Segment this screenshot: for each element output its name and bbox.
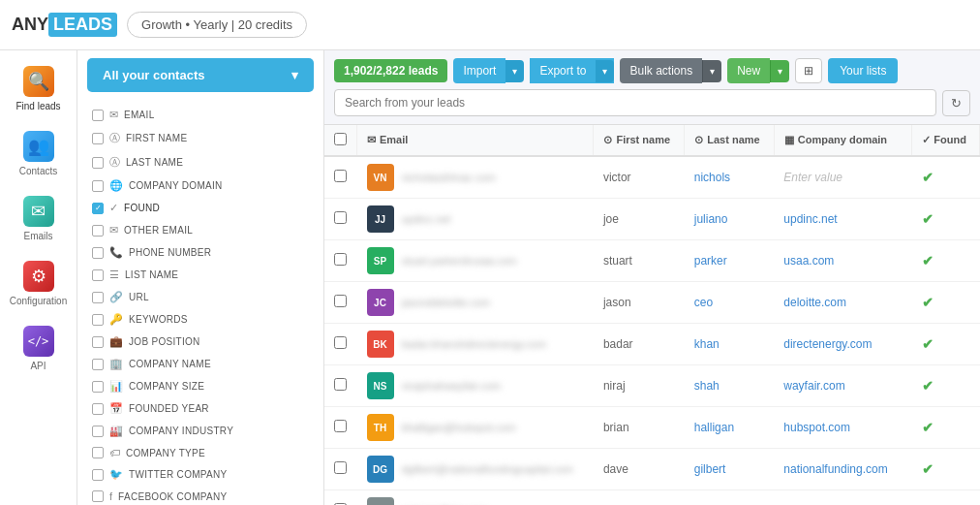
leads-count: 1,902/2,822 leads	[334, 59, 447, 82]
filter-checkbox	[92, 469, 104, 481]
table-row[interactable]: JJupdinc.netjoejulianoupdinc.net✔	[324, 199, 980, 240]
firstname-cell: badar	[594, 324, 685, 365]
filter-item[interactable]: 💼JOB POSITION	[77, 331, 323, 353]
filter-checkbox	[92, 225, 104, 237]
filter-item[interactable]: ✉OTHER EMAIL	[77, 219, 323, 241]
filter-item[interactable]: ⒶFIRST NAME	[77, 126, 323, 150]
new-button[interactable]: New ▾	[727, 58, 789, 83]
filter-icon: 🏭	[109, 425, 123, 437]
row-checkbox-cell	[324, 324, 357, 365]
filter-item[interactable]: 🏷COMPANY TYPE	[77, 442, 323, 463]
lastname-cell: parker	[685, 240, 775, 282]
sidebar-label-findleads: Find leads	[15, 101, 60, 111]
avatar: JJ	[367, 205, 394, 233]
row-checkbox[interactable]	[334, 211, 347, 224]
import-main[interactable]: Import	[453, 58, 505, 83]
filter-item[interactable]: ⒶLAST NAME	[77, 150, 323, 174]
table-row[interactable]: CCcarl.ceo@me.comcarlceoEnter value✔	[324, 490, 980, 506]
sidebar-item-api[interactable]: </> API	[4, 318, 74, 379]
col-domain: ▦Company domain	[774, 125, 911, 156]
bulk-actions-button[interactable]: Bulk actions ▾	[620, 58, 721, 83]
row-checkbox-cell	[324, 407, 357, 449]
email-text: jasonddeloitte.com	[402, 297, 491, 308]
filter-icon: ☰	[109, 268, 119, 281]
table-row[interactable]: DGdgilbert@nationalfundingcapital.comdav…	[324, 449, 980, 490]
row-checkbox[interactable]	[334, 295, 347, 307]
filter-label: COMPANY DOMAIN	[129, 180, 223, 191]
filter-item[interactable]: 🏢COMPANY NAME	[77, 353, 323, 375]
table-row[interactable]: BKbadar.khanshdirectenergy.combadarkhand…	[324, 324, 980, 365]
sidebar-item-configuration[interactable]: ⚙ Configuration	[4, 253, 74, 314]
sidebar-label-api: API	[30, 361, 46, 371]
avatar: CC	[367, 497, 394, 505]
filter-item[interactable]: 🐦TWITTER COMPANY	[77, 463, 323, 486]
filter-item[interactable]: 🌐COMPANY DOMAIN	[77, 174, 323, 197]
firstname-cell: stuart	[594, 240, 685, 282]
row-checkbox[interactable]	[334, 420, 347, 432]
filter-item[interactable]: fFACEBOOK COMPANY	[77, 486, 323, 505]
found-cell: ✔	[912, 282, 980, 324]
table-row[interactable]: VNnicholasdrlmac.comvictornicholsEnter v…	[324, 156, 980, 199]
row-checkbox-cell	[324, 490, 357, 506]
lastname-cell: shah	[685, 365, 775, 407]
email-cell: CCcarl.ceo@me.com	[357, 490, 594, 506]
row-checkbox[interactable]	[334, 461, 347, 474]
your-lists-button[interactable]: Your lists	[828, 58, 898, 83]
filter-item[interactable]: 🔑KEYWORDS	[77, 308, 323, 331]
new-main[interactable]: New	[727, 58, 770, 83]
sidebar-item-emails[interactable]: ✉ Emails	[4, 188, 74, 249]
domain-cell: nationalfunding.com	[774, 449, 911, 490]
email-text: updinc.net	[402, 213, 451, 225]
filter-icon: Ⓐ	[109, 155, 120, 170]
refresh-button[interactable]: ↻	[942, 90, 970, 116]
filter-panel: All your contacts ▾ ✉EMAILⒶFIRST NAMEⒶLA…	[77, 50, 324, 505]
table-row[interactable]: SPstuart.parkerdrusaa.comstuartparkerusa…	[324, 240, 980, 282]
firstname-cell: brian	[594, 407, 685, 449]
export-button[interactable]: Export to ▾	[530, 58, 614, 83]
firstname-cell: carl	[594, 490, 685, 506]
new-arrow[interactable]: ▾	[770, 60, 789, 82]
table-row[interactable]: NSnirajshahwayfair.comnirajshahwayfair.c…	[324, 365, 980, 407]
email-cell-inner: CCcarl.ceo@me.com	[367, 497, 584, 505]
main-layout: 🔍 Find leads 👥 Contacts ✉ Emails ⚙ Confi…	[0, 50, 980, 505]
filter-label: JOB POSITION	[129, 336, 200, 347]
filter-item[interactable]: ✓✓FOUND	[77, 197, 323, 219]
filter-icon: 📞	[109, 246, 123, 259]
row-checkbox[interactable]	[334, 253, 347, 266]
avatar: TH	[367, 414, 394, 441]
firstname-cell: dave	[594, 449, 685, 490]
filter-item[interactable]: ✉EMAIL	[77, 104, 323, 126]
filter-item[interactable]: ☰LIST NAME	[77, 264, 323, 286]
found-cell: ✔	[912, 324, 980, 365]
filter-item[interactable]: 🔗URL	[77, 286, 323, 308]
bulk-arrow[interactable]: ▾	[702, 60, 721, 82]
filter-checkbox	[92, 314, 104, 326]
sidebar-label-emails: Emails	[23, 231, 52, 241]
columns-button[interactable]: ⊞	[795, 58, 822, 83]
table-row[interactable]: THbhalligan@hubspot.combrianhalliganhubs…	[324, 407, 980, 449]
select-all-checkbox[interactable]	[334, 133, 347, 145]
bulk-main[interactable]: Bulk actions	[620, 58, 702, 83]
export-arrow[interactable]: ▾	[596, 60, 614, 82]
row-checkbox[interactable]	[334, 170, 347, 182]
import-button[interactable]: Import ▾ Import via CSV	[453, 58, 524, 83]
filter-item[interactable]: 🏭COMPANY INDUSTRY	[77, 420, 323, 442]
filter-item[interactable]: 📞PHONE NUMBER	[77, 241, 323, 264]
sidebar-item-contacts[interactable]: 👥 Contacts	[4, 123, 74, 184]
firstname-cell: niraj	[594, 365, 685, 407]
all-contacts-button[interactable]: All your contacts ▾	[87, 58, 314, 92]
filter-item[interactable]: 📅FOUNDED YEAR	[77, 397, 323, 420]
sidebar-item-findleads[interactable]: 🔍 Find leads	[4, 58, 74, 119]
row-checkbox[interactable]	[334, 378, 347, 391]
contacts-table: ✉Email ⊙First name ⊙Last name ▦Company d…	[324, 125, 980, 505]
row-checkbox[interactable]	[334, 336, 347, 349]
export-main[interactable]: Export to	[530, 58, 596, 83]
import-arrow[interactable]: ▾	[505, 60, 524, 82]
filter-checkbox	[92, 157, 104, 169]
filter-icon: 🐦	[109, 468, 123, 481]
search-input[interactable]	[334, 89, 936, 116]
email-text: badar.khanshdirectenergy.com	[402, 338, 547, 350]
table-row[interactable]: JCjasonddeloitte.comjasonceodeloitte.com…	[324, 282, 980, 324]
avatar: NS	[367, 372, 394, 399]
filter-item[interactable]: 📊COMPANY SIZE	[77, 375, 323, 397]
